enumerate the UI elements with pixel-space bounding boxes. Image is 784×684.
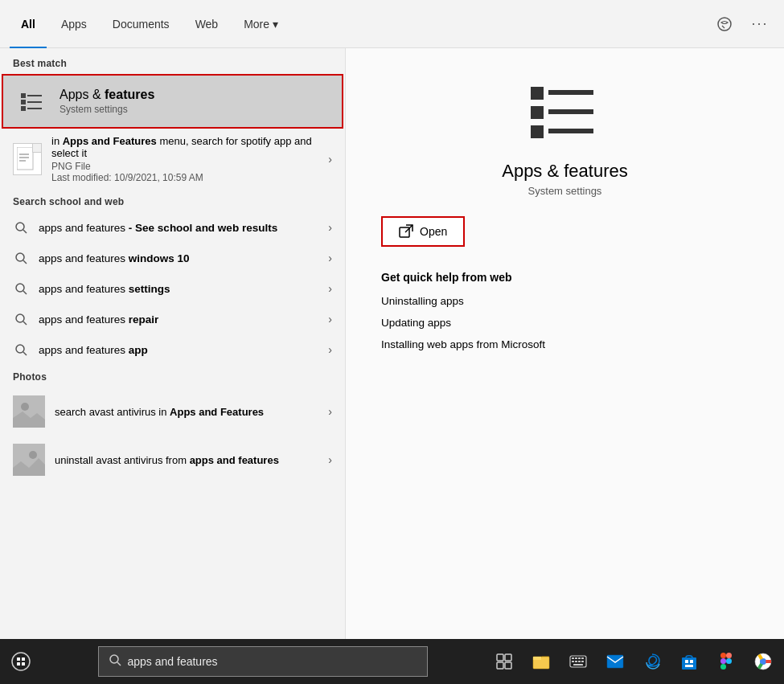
chevron-right-icon-4: › (328, 343, 332, 356)
photo-result-1[interactable]: uninstall avast antivirus from apps and … (0, 436, 345, 484)
photo-thumb-0 (13, 395, 45, 428)
tab-all[interactable]: All (10, 0, 47, 48)
svg-rect-30 (531, 125, 544, 138)
help-title: Get quick help from web (381, 271, 749, 284)
svg-rect-43 (497, 662, 503, 669)
chevron-down-icon: ▾ (273, 18, 278, 31)
search-school-label: Search school and web (0, 190, 345, 212)
svg-rect-56 (573, 664, 583, 666)
mail-button[interactable] (597, 644, 633, 679)
svg-line-40 (117, 662, 121, 666)
svg-rect-61 (685, 665, 693, 667)
svg-rect-28 (531, 106, 544, 119)
best-match-text: Apps & features System settings (60, 88, 329, 115)
svg-point-39 (110, 655, 118, 663)
taskbar-left (3, 644, 39, 679)
preview-icon-area (370, 80, 760, 145)
store-button[interactable] (671, 644, 707, 679)
svg-line-17 (23, 291, 27, 294)
search-icon-0 (13, 219, 29, 236)
right-panel: Apps & features System settings Open Get… (346, 48, 784, 639)
svg-rect-49 (575, 657, 577, 659)
web-search-text-3: apps and features repair (39, 313, 318, 326)
svg-rect-58 (682, 657, 696, 670)
file-result-item[interactable]: in Apps and Features menu, search for sp… (0, 129, 345, 190)
photo-info-0: search avast antivirus in Apps and Featu… (55, 406, 318, 418)
svg-rect-59 (685, 660, 688, 663)
file-type: PNG File (51, 161, 318, 172)
help-link-2[interactable]: Installing web apps from Microsoft (381, 338, 749, 350)
web-search-item-2[interactable]: apps and features settings › (0, 273, 345, 304)
chevron-right-icon-1: › (328, 252, 332, 264)
task-view-button[interactable] (486, 644, 522, 679)
svg-rect-46 (533, 657, 541, 660)
svg-rect-31 (548, 129, 593, 133)
chevron-right-photo-0: › (328, 405, 332, 418)
svg-line-21 (23, 352, 27, 355)
help-link-0[interactable]: Uninstalling apps (381, 295, 749, 307)
open-button[interactable]: Open (381, 216, 465, 247)
svg-point-23 (21, 403, 29, 411)
nav-icon-area: ··· (710, 10, 774, 39)
best-match-label: Best match (0, 48, 345, 74)
web-search-item-3[interactable]: apps and features repair › (0, 304, 345, 334)
svg-point-69 (761, 659, 766, 665)
svg-rect-2 (21, 93, 26, 98)
web-search-text-4: apps and features app (39, 344, 318, 356)
photo-name-0: search avast antivirus in Apps and Featu… (55, 406, 318, 418)
svg-rect-55 (581, 661, 584, 662)
svg-rect-3 (27, 95, 42, 96)
top-nav: All Apps Documents Web More ▾ ··· (0, 0, 784, 48)
best-match-item[interactable]: Apps & features System settings (2, 74, 343, 129)
keyboard-button[interactable] (560, 644, 596, 679)
help-link-1[interactable]: Updating apps (381, 317, 749, 329)
tab-apps[interactable]: Apps (50, 0, 98, 48)
taskbar-search-icon (109, 653, 121, 670)
file-date: Last modified: 10/9/2021, 10:59 AM (51, 172, 318, 183)
svg-point-25 (29, 451, 37, 459)
web-search-item-1[interactable]: apps and features windows 10 › (0, 243, 345, 273)
nav-tabs: All Apps Documents Web More ▾ (10, 0, 710, 48)
svg-rect-64 (720, 658, 726, 664)
svg-rect-62 (720, 653, 726, 658)
feedback-icon[interactable] (710, 10, 739, 39)
edge-button[interactable] (634, 644, 670, 679)
chrome-button[interactable] (745, 644, 781, 679)
file-description: in Apps and Features menu, search for sp… (51, 135, 318, 159)
search-icon-3 (13, 311, 29, 327)
svg-rect-52 (572, 661, 574, 662)
tab-more[interactable]: More ▾ (232, 0, 289, 48)
open-icon (399, 224, 413, 239)
more-options-icon[interactable]: ··· (745, 10, 774, 39)
taskbar-right (486, 644, 781, 679)
left-panel: Best match Apps & features System settin… (0, 48, 346, 639)
figma-button[interactable] (708, 644, 744, 679)
svg-point-34 (12, 653, 30, 670)
svg-line-13 (23, 230, 27, 233)
photo-result-0[interactable]: search avast antivirus in Apps and Featu… (0, 387, 345, 436)
tab-web[interactable]: Web (184, 0, 230, 48)
svg-rect-29 (548, 109, 593, 114)
preview-title: Apps & features (370, 161, 760, 182)
search-icon-1 (13, 250, 29, 266)
start-button[interactable] (3, 644, 39, 679)
svg-rect-36 (22, 657, 25, 661)
svg-rect-27 (548, 90, 593, 95)
svg-rect-65 (720, 664, 726, 670)
svg-point-20 (16, 345, 24, 353)
file-explorer-button[interactable] (523, 644, 559, 679)
tab-documents[interactable]: Documents (101, 0, 181, 48)
svg-rect-9 (19, 154, 29, 155)
web-search-item-0[interactable]: apps and features - See school and web r… (0, 212, 345, 243)
svg-rect-63 (726, 653, 732, 658)
photo-info-1: uninstall avast antivirus from apps and … (55, 454, 318, 466)
web-search-item-4[interactable]: apps and features app › (0, 334, 345, 365)
best-match-title: Apps & features (60, 88, 329, 102)
svg-rect-51 (581, 657, 584, 659)
svg-rect-38 (22, 662, 25, 666)
svg-line-15 (23, 260, 27, 264)
svg-rect-41 (497, 654, 503, 661)
web-search-text-0: apps and features - See school and web r… (39, 222, 318, 234)
svg-rect-42 (505, 654, 511, 661)
taskbar-search-bar[interactable]: apps and features (98, 646, 428, 677)
